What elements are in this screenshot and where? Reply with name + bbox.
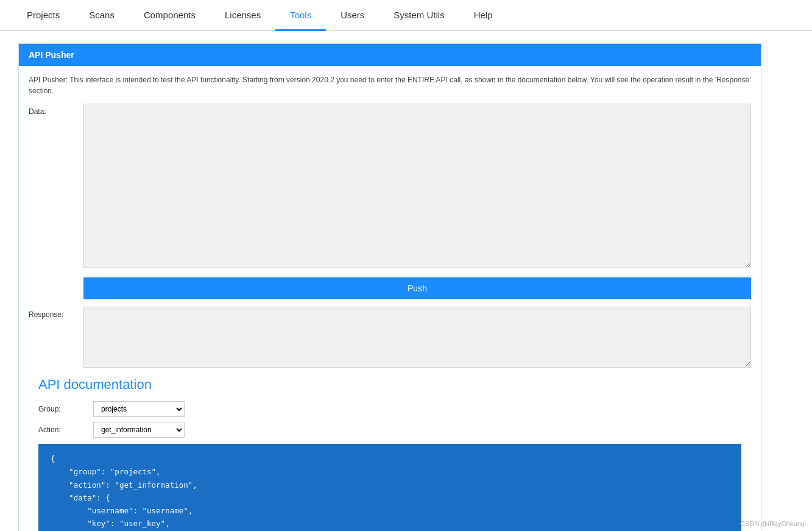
api-pusher-body: API Pusher: This interface is intended t… xyxy=(19,66,761,531)
api-pusher-header: API Pusher xyxy=(19,44,761,66)
nav-components[interactable]: Components xyxy=(129,0,210,30)
api-pusher-card: API Pusher API Pusher: This interface is… xyxy=(18,43,761,531)
api-pusher-title: API Pusher xyxy=(29,50,74,60)
group-label: Group: xyxy=(38,405,93,413)
nav-help[interactable]: Help xyxy=(459,0,507,30)
data-textarea[interactable] xyxy=(83,104,751,268)
api-doc-section: API documentation Group: projects scans … xyxy=(29,377,751,531)
group-select[interactable]: projects scans components licenses users xyxy=(93,401,185,417)
main-content: API Pusher API Pusher: This interface is… xyxy=(0,31,780,531)
response-label: Response: xyxy=(29,307,83,319)
data-label: Data: xyxy=(29,104,83,116)
nav-projects[interactable]: Projects xyxy=(12,0,74,30)
group-row: Group: projects scans components license… xyxy=(38,401,741,417)
main-nav: Projects Scans Components Licenses Tools… xyxy=(0,0,812,31)
code-block: { "group": "projects", "action": "get_in… xyxy=(38,444,741,531)
action-label: Action: xyxy=(38,426,93,434)
response-control-wrap xyxy=(83,307,751,369)
nav-system-utils[interactable]: System Utils xyxy=(379,0,459,30)
nav-users[interactable]: Users xyxy=(326,0,379,30)
nav-tools[interactable]: Tools xyxy=(275,0,326,30)
response-textarea[interactable] xyxy=(83,307,751,368)
action-row: Action: get_information create delete up… xyxy=(38,422,741,438)
data-row: Data: xyxy=(29,104,751,270)
response-row: Response: xyxy=(29,307,751,369)
action-select[interactable]: get_information create delete update xyxy=(93,422,185,438)
nav-scans[interactable]: Scans xyxy=(74,0,129,30)
nav-licenses[interactable]: Licenses xyxy=(210,0,275,30)
data-control-wrap xyxy=(83,104,751,270)
push-btn-wrap: Push xyxy=(83,277,751,299)
code-sample: { "group": "projects", "action": "get_in… xyxy=(51,452,729,531)
api-doc-title: API documentation xyxy=(38,377,741,393)
push-row: Push xyxy=(29,277,751,299)
watermark: CSDN @iRayCheung xyxy=(740,520,805,527)
push-button[interactable]: Push xyxy=(83,277,751,299)
api-pusher-description: API Pusher: This interface is intended t… xyxy=(29,74,751,96)
